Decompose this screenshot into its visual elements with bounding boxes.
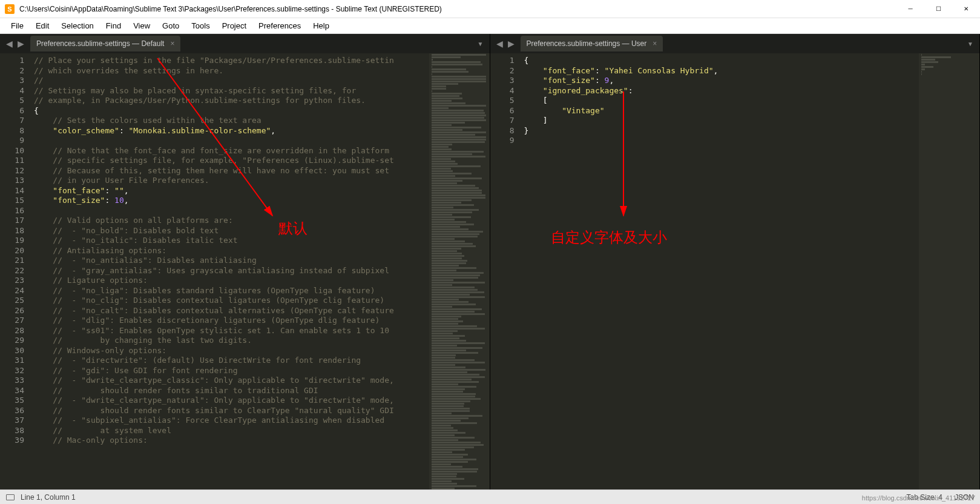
nav-forward-icon[interactable]: ▶ bbox=[505, 39, 517, 48]
minimap-right[interactable] bbox=[919, 53, 979, 489]
tabbar-left: ◀ ▶ Preferences.sublime-settings — Defau… bbox=[0, 34, 490, 53]
menu-help[interactable]: Help bbox=[307, 19, 335, 33]
nav-back-icon[interactable]: ◀ bbox=[4, 39, 15, 48]
menu-preferences[interactable]: Preferences bbox=[252, 19, 307, 33]
window-title: C:\Users\Coisini\AppData\Roaming\Sublime… bbox=[19, 5, 442, 13]
statusbar: Line 1, Column 1 Tab Size: 4 JSON bbox=[0, 489, 980, 504]
menu-file[interactable]: File bbox=[5, 19, 30, 33]
menubar: File Edit Selection Find View Goto Tools… bbox=[0, 18, 980, 34]
nav-forward-icon[interactable]: ▶ bbox=[15, 39, 27, 48]
menu-goto[interactable]: Goto bbox=[156, 19, 185, 33]
menu-tools[interactable]: Tools bbox=[185, 19, 215, 33]
editor-left[interactable]: 1234567891011121314151617181920212223242… bbox=[0, 53, 490, 489]
menu-project[interactable]: Project bbox=[216, 19, 252, 33]
minimap-left[interactable] bbox=[429, 53, 490, 489]
close-icon[interactable]: × bbox=[653, 39, 657, 48]
status-line-col: Line 1, Column 1 bbox=[21, 493, 76, 502]
editor-right[interactable]: 123456789 { "font_face": "Yahei Consolas… bbox=[490, 53, 980, 489]
code-left[interactable]: // Place your settings in the file "Pack… bbox=[30, 53, 429, 489]
maximize-button[interactable]: ☐ bbox=[924, 0, 952, 18]
tab-user[interactable]: Preferences.sublime-settings — User × bbox=[521, 36, 663, 51]
close-icon[interactable]: × bbox=[170, 39, 174, 48]
gutter-right: 123456789 bbox=[490, 53, 521, 489]
editor-panes: ◀ ▶ Preferences.sublime-settings — Defau… bbox=[0, 34, 980, 489]
menu-selection[interactable]: Selection bbox=[55, 19, 99, 33]
code-right[interactable]: { "font_face": "Yahei Consolas Hybrid", … bbox=[521, 53, 919, 489]
tab-label: Preferences.sublime-settings — User bbox=[527, 39, 647, 48]
tab-dropdown-icon[interactable]: ▼ bbox=[478, 41, 484, 47]
watermark: https://blog.csdn.net/weixin_41182727 bbox=[862, 494, 975, 502]
tab-label: Preferences.sublime-settings — Default bbox=[36, 39, 164, 48]
nav-back-icon[interactable]: ◀ bbox=[494, 39, 505, 48]
pane-right: ◀ ▶ Preferences.sublime-settings — User … bbox=[490, 34, 981, 489]
minimize-button[interactable]: ─ bbox=[896, 0, 924, 18]
menu-find[interactable]: Find bbox=[100, 19, 127, 33]
gutter-left: 1234567891011121314151617181920212223242… bbox=[0, 53, 30, 489]
menu-view[interactable]: View bbox=[127, 19, 156, 33]
panel-switcher-icon[interactable] bbox=[6, 494, 15, 500]
tab-dropdown-icon[interactable]: ▼ bbox=[967, 41, 973, 47]
close-button[interactable]: ✕ bbox=[952, 0, 980, 18]
tabbar-right: ◀ ▶ Preferences.sublime-settings — User … bbox=[490, 34, 980, 53]
menu-edit[interactable]: Edit bbox=[30, 19, 55, 33]
app-icon: S bbox=[5, 4, 15, 14]
tab-default[interactable]: Preferences.sublime-settings — Default × bbox=[30, 36, 180, 51]
titlebar: S C:\Users\Coisini\AppData\Roaming\Subli… bbox=[0, 0, 980, 18]
pane-left: ◀ ▶ Preferences.sublime-settings — Defau… bbox=[0, 34, 490, 489]
